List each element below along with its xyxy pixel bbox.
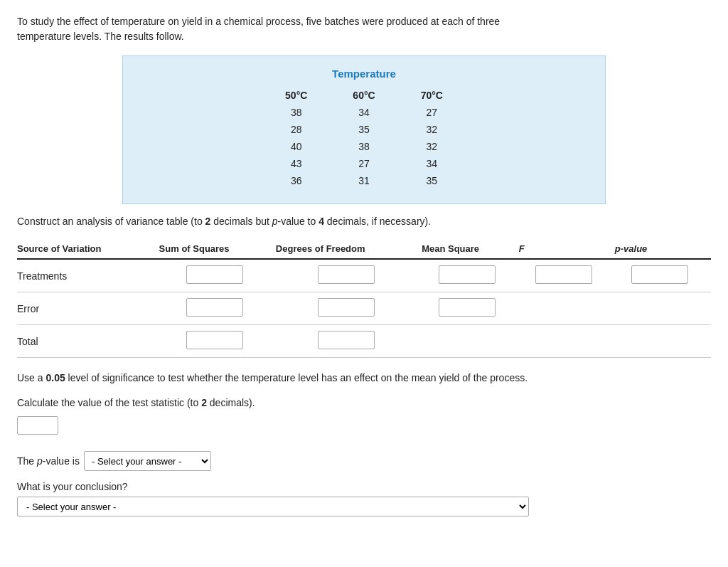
anova-header-ss: Sum of Squares bbox=[159, 240, 276, 259]
anova-ms-treatments-input[interactable] bbox=[439, 265, 496, 284]
col-header-60c: 60°C bbox=[330, 87, 397, 104]
anova-ss-total-input[interactable] bbox=[186, 331, 243, 349]
pvalue-row: The p-value is - Select your answer -les… bbox=[17, 451, 711, 471]
anova-ms-total-empty bbox=[422, 325, 519, 358]
intro-paragraph: To study the effect of temperature on yi… bbox=[17, 14, 711, 44]
anova-header-f: F bbox=[519, 240, 615, 259]
test-statistic-wrapper bbox=[17, 416, 711, 441]
temp-cell-r0-c0: 38 bbox=[262, 104, 330, 121]
temp-data-row: 283532 bbox=[262, 121, 466, 138]
anova-pval-treatments-input[interactable] bbox=[631, 265, 688, 284]
temp-cell-r3-c2: 34 bbox=[398, 155, 466, 172]
temp-data-row: 383427 bbox=[262, 104, 466, 121]
anova-df-error-input[interactable] bbox=[318, 298, 375, 317]
anova-row-total: Total bbox=[17, 325, 711, 358]
anova-header-source: Source of Variation bbox=[17, 240, 159, 259]
anova-df-treatments-input[interactable] bbox=[318, 265, 375, 284]
anova-df-total-cell bbox=[276, 325, 422, 358]
calc-decimals: 2 bbox=[201, 397, 207, 408]
anova-f-error-empty bbox=[519, 292, 615, 325]
anova-header-ms: Mean Square bbox=[422, 240, 519, 259]
temp-cell-r3-c0: 43 bbox=[262, 155, 330, 172]
anova-f-treatments-input[interactable] bbox=[535, 265, 592, 284]
significance-paragraph: Use a 0.05 level of significance to test… bbox=[17, 371, 711, 386]
anova-row-error: Error bbox=[17, 292, 711, 325]
anova-ms-error-input[interactable] bbox=[439, 298, 496, 317]
significance-level: 0.05 bbox=[46, 372, 65, 383]
pvalue-label: The p-value is bbox=[17, 455, 80, 467]
temp-cell-r2-c2: 32 bbox=[398, 138, 466, 155]
temp-cell-r4-c0: 36 bbox=[262, 172, 330, 189]
anova-ss-treatments-cell bbox=[159, 259, 276, 292]
temp-cell-r0-c1: 34 bbox=[330, 104, 397, 121]
anova-row-treatments: Treatments bbox=[17, 259, 711, 292]
anova-ss-treatments-input[interactable] bbox=[186, 265, 243, 284]
anova-ss-error-cell bbox=[159, 292, 276, 325]
anova-ss-total-cell bbox=[159, 325, 276, 358]
test-statistic-input[interactable] bbox=[17, 416, 58, 435]
temp-cell-r4-c1: 31 bbox=[330, 172, 397, 189]
temp-cell-r2-c1: 38 bbox=[330, 138, 397, 155]
conclusion-select[interactable]: - Select your answer -Reject H0. Tempera… bbox=[17, 497, 529, 516]
anova-ms-error-cell bbox=[422, 292, 519, 325]
temp-cell-r1-c2: 32 bbox=[398, 121, 466, 138]
anova-table: Source of Variation Sum of Squares Degre… bbox=[17, 240, 711, 358]
decimal-2: 2 bbox=[205, 216, 211, 227]
anova-pval-treatments-cell bbox=[615, 259, 711, 292]
anova-df-total-input[interactable] bbox=[318, 331, 375, 349]
anova-label-treatments: Treatments bbox=[17, 259, 159, 292]
anova-f-total-empty bbox=[519, 325, 615, 358]
construct-instruction: Construct an analysis of variance table … bbox=[17, 214, 711, 229]
anova-f-treatments-cell bbox=[519, 259, 615, 292]
temp-cell-r1-c0: 28 bbox=[262, 121, 330, 138]
pvalue-select[interactable]: - Select your answer -less than .01betwe… bbox=[84, 451, 211, 471]
anova-header-pval: p-value bbox=[615, 240, 711, 259]
anova-pval-error-empty bbox=[615, 292, 711, 325]
anova-ms-treatments-cell bbox=[422, 259, 519, 292]
anova-df-error-cell bbox=[276, 292, 422, 325]
temp-data-row: 363135 bbox=[262, 172, 466, 189]
col-header-50c: 50°C bbox=[262, 87, 330, 104]
anova-header-df: Degrees of Freedom bbox=[276, 240, 422, 259]
anova-label-total: Total bbox=[17, 325, 159, 358]
calc-paragraph: Calculate the value of the test statisti… bbox=[17, 396, 711, 410]
anova-df-treatments-cell bbox=[276, 259, 422, 292]
anova-label-error: Error bbox=[17, 292, 159, 325]
decimal-4: 4 bbox=[318, 216, 324, 227]
conclusion-dropdown-wrapper: - Select your answer -Reject H0. Tempera… bbox=[17, 497, 711, 516]
temp-cell-r4-c2: 35 bbox=[398, 172, 466, 189]
intro-text2: temperature levels. The results follow. bbox=[17, 31, 184, 42]
temperature-table-container: Temperature 50°C 60°C 70°C 3834272835324… bbox=[122, 55, 606, 204]
anova-ss-error-input[interactable] bbox=[186, 298, 243, 317]
temp-cell-r1-c1: 35 bbox=[330, 121, 397, 138]
temp-cell-r3-c1: 27 bbox=[330, 155, 397, 172]
temperature-table-title: Temperature bbox=[151, 68, 577, 80]
temp-data-row: 432734 bbox=[262, 155, 466, 172]
anova-pval-total-empty bbox=[615, 325, 711, 358]
intro-text1: To study the effect of temperature on yi… bbox=[17, 16, 500, 27]
col-header-70c: 70°C bbox=[398, 87, 466, 104]
temp-data-row: 403832 bbox=[262, 138, 466, 155]
temperature-data-table: 50°C 60°C 70°C 3834272835324038324327343… bbox=[262, 87, 466, 189]
temp-cell-r0-c2: 27 bbox=[398, 104, 466, 121]
conclusion-label: What is your conclusion? bbox=[17, 481, 711, 492]
temp-cell-r2-c0: 40 bbox=[262, 138, 330, 155]
